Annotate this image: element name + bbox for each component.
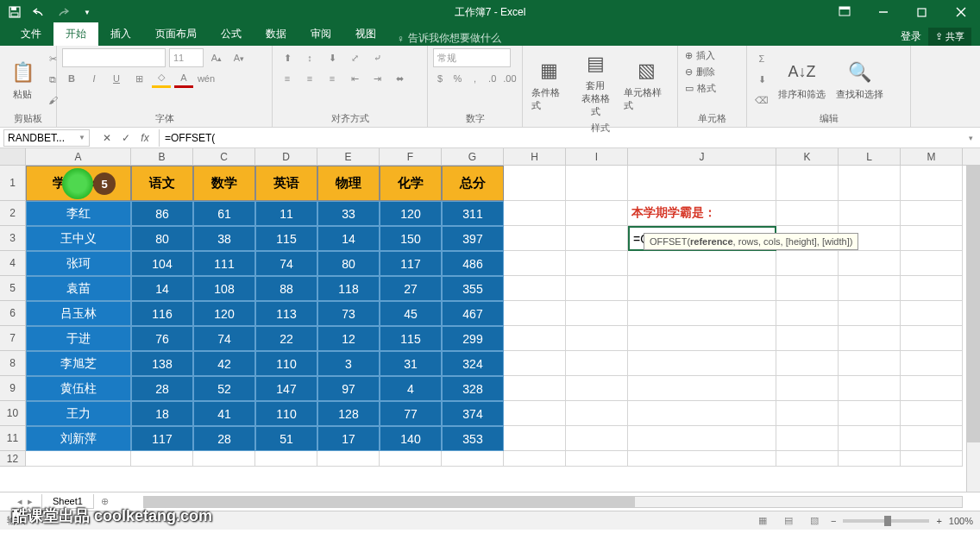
cell[interactable]: 45	[380, 301, 442, 326]
cell[interactable]	[776, 376, 839, 401]
fill-icon[interactable]: ⬇	[752, 70, 771, 89]
col-header[interactable]: B	[131, 148, 193, 165]
cell[interactable]	[839, 251, 901, 276]
cell[interactable]	[776, 451, 839, 467]
col-header[interactable]: E	[317, 148, 380, 165]
row-header[interactable]: 7	[0, 326, 26, 351]
cell[interactable]: 王中义	[26, 226, 131, 251]
cell[interactable]: 数学	[193, 166, 255, 201]
insert-cells-button[interactable]: ⊕插入	[683, 48, 741, 63]
cell[interactable]	[839, 166, 901, 201]
cell[interactable]	[566, 451, 628, 467]
indent-dec-icon[interactable]: ⇤	[345, 69, 364, 88]
font-family-input[interactable]	[62, 48, 166, 67]
cell[interactable]: 80	[317, 251, 380, 276]
cell[interactable]: 本学期学霸是：	[628, 201, 776, 226]
cell[interactable]	[504, 301, 566, 326]
number-format-select[interactable]	[433, 48, 511, 67]
cell[interactable]: 76	[131, 326, 193, 351]
cell[interactable]: 80	[131, 226, 193, 251]
conditional-format-button[interactable]: ▦条件格式	[528, 55, 571, 114]
col-header[interactable]: M	[901, 148, 963, 165]
cell[interactable]: 110	[255, 401, 317, 426]
row-header[interactable]: 5	[0, 276, 26, 301]
align-center-icon[interactable]: ≡	[300, 69, 319, 88]
cell[interactable]	[839, 201, 901, 226]
cell[interactable]	[380, 451, 442, 467]
clear-icon[interactable]: ⌫	[752, 91, 771, 110]
cell[interactable]: 150	[380, 226, 442, 251]
orientation-icon[interactable]: ⤢	[345, 48, 364, 67]
cell[interactable]: 28	[131, 376, 193, 401]
col-header[interactable]: I	[566, 148, 628, 165]
cell[interactable]	[901, 251, 963, 276]
cell[interactable]	[566, 426, 628, 451]
cell[interactable]	[901, 376, 963, 401]
formula-input[interactable]: =OFFSET(	[160, 129, 962, 147]
cell[interactable]	[504, 326, 566, 351]
cell[interactable]	[839, 351, 901, 376]
increase-font-icon[interactable]: A▴	[207, 48, 226, 67]
font-color-icon[interactable]: A	[174, 69, 193, 88]
close-icon[interactable]	[941, 0, 980, 24]
row-header[interactable]: 3	[0, 226, 26, 251]
cell[interactable]: 11	[255, 201, 317, 226]
cell[interactable]	[504, 251, 566, 276]
cell[interactable]: 41	[193, 401, 255, 426]
fx-icon[interactable]: fx	[136, 132, 154, 144]
col-header[interactable]: K	[776, 148, 839, 165]
cell[interactable]: 73	[317, 301, 380, 326]
cell[interactable]	[566, 326, 628, 351]
format-cells-button[interactable]: ▭格式	[683, 81, 741, 96]
find-select-button[interactable]: 🔍查找和选择	[832, 57, 887, 103]
cell[interactable]: 467	[442, 301, 504, 326]
horizontal-scrollbar[interactable]	[143, 496, 963, 508]
cell[interactable]: 311	[442, 201, 504, 226]
cell[interactable]: 黄伍柱	[26, 376, 131, 401]
cell[interactable]: 117	[131, 426, 193, 451]
cell[interactable]	[776, 401, 839, 426]
cell[interactable]: 李旭芝	[26, 351, 131, 376]
inc-decimal-icon[interactable]: .0	[486, 69, 499, 88]
currency-icon[interactable]: $	[433, 69, 447, 88]
merge-icon[interactable]: ⬌	[390, 69, 409, 88]
cell[interactable]	[776, 166, 839, 201]
cell[interactable]	[504, 226, 566, 251]
col-header[interactable]: D	[255, 148, 317, 165]
cell[interactable]	[901, 426, 963, 451]
cell[interactable]: 4	[380, 376, 442, 401]
cell[interactable]	[566, 166, 628, 201]
cell[interactable]: 111	[193, 251, 255, 276]
cell[interactable]: 104	[131, 251, 193, 276]
cell[interactable]: 31	[380, 351, 442, 376]
cell[interactable]: 于进	[26, 326, 131, 351]
fill-color-icon[interactable]: ◇	[152, 69, 171, 88]
cell[interactable]: 3	[317, 351, 380, 376]
cell[interactable]: 38	[193, 226, 255, 251]
cell[interactable]: 17	[317, 426, 380, 451]
cell[interactable]	[776, 251, 839, 276]
cell[interactable]	[504, 201, 566, 226]
cell[interactable]: 118	[317, 276, 380, 301]
cell[interactable]: 97	[317, 376, 380, 401]
bold-button[interactable]: B	[62, 69, 81, 88]
indent-inc-icon[interactable]: ⇥	[368, 69, 386, 88]
cell[interactable]: 138	[131, 351, 193, 376]
cell[interactable]: 42	[193, 351, 255, 376]
cell[interactable]	[628, 426, 776, 451]
autosum-icon[interactable]: Σ	[752, 49, 771, 68]
cell[interactable]	[901, 166, 963, 201]
percent-icon[interactable]: %	[450, 69, 464, 88]
cell[interactable]: 张珂	[26, 251, 131, 276]
tab-insert[interactable]: 插入	[98, 22, 143, 46]
share-button[interactable]: ⇪共享	[928, 28, 971, 46]
cell[interactable]: 22	[255, 326, 317, 351]
cell[interactable]	[776, 276, 839, 301]
view-page-icon[interactable]: ▤	[779, 511, 798, 530]
row-header[interactable]: 8	[0, 351, 26, 376]
paste-button[interactable]: 📋 粘贴	[5, 57, 40, 103]
redo-icon[interactable]	[55, 4, 71, 20]
row-header[interactable]: 11	[0, 426, 26, 451]
col-header[interactable]: A	[26, 148, 131, 165]
cell[interactable]: 61	[193, 201, 255, 226]
